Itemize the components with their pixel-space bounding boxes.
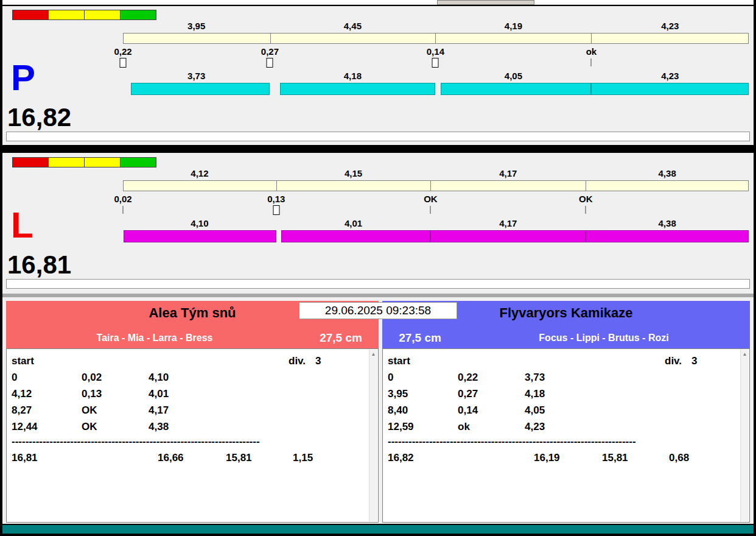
result-cell: 3,95 (388, 386, 458, 402)
result-cell: 0,13 (82, 386, 149, 402)
result-cell: 8,27 (12, 402, 82, 418)
bottom-status-bar (2, 524, 754, 534)
marker-row (123, 205, 749, 216)
cross-labels: 0,020,13OKOK (123, 194, 749, 203)
vertical-scrollbar[interactable]: ▲ (740, 350, 749, 521)
split-bar-divider (430, 181, 431, 191)
window-button[interactable] (437, 0, 534, 5)
split-time-label: 4,38 (586, 168, 749, 178)
lane-total-time: 16,82 (7, 104, 71, 132)
tick-marker (591, 58, 592, 66)
result-cell: 4,38 (149, 418, 289, 435)
result-row: 00,223,73 (388, 369, 736, 386)
run-bar-segment (586, 230, 749, 242)
start-light (84, 10, 121, 20)
total-cell: 16,81 (12, 450, 158, 466)
run-bar (123, 83, 749, 95)
run-time-label: 4,23 (591, 71, 749, 81)
run-time-label: 4,17 (430, 218, 586, 228)
run-bar-segment (281, 230, 430, 242)
team-members: Focus - Lippi - Brutus - Rozi (458, 333, 750, 344)
result-cell: OK (82, 418, 149, 435)
window-top-strip (2, 0, 754, 5)
result-cell: 12,44 (12, 418, 82, 435)
run-bar-segment (430, 230, 586, 242)
result-cell: 4,10 (149, 369, 289, 386)
result-cell: 4,12 (12, 386, 82, 402)
lane-footer-strip (6, 132, 750, 141)
start-label: start (388, 353, 458, 369)
lane-left: 4,124,154,174,38 0,020,13OKOK 4,104,014,… (2, 153, 754, 292)
split-time-label: 4,15 (276, 168, 431, 178)
cross-time-label: ok (586, 46, 597, 57)
total-cell: 16,82 (388, 450, 534, 466)
run-time-label: 3,73 (123, 71, 270, 81)
lane-letter: P (11, 60, 35, 96)
split-time-label: 4,23 (591, 21, 749, 31)
separator-dashes: ----------------------------------------… (12, 435, 365, 448)
run-time-label: 4,38 (586, 218, 749, 228)
start-label: start (12, 353, 82, 369)
result-row: 8,400,144,05 (388, 402, 736, 418)
result-cell: 4,17 (149, 402, 289, 418)
total-cell: 1,15 (293, 450, 365, 466)
team-panel-left: Alea Tým snů Taira - Mia - Larra - Bress… (6, 301, 379, 523)
run-bar-segment (280, 83, 435, 95)
result-cell: 8,40 (388, 402, 458, 418)
run-bar-segment (131, 83, 270, 95)
result-row: 4,120,134,01 (12, 386, 365, 402)
sensor-box-marker (267, 58, 273, 68)
marker-row (123, 57, 749, 68)
scroll-up-icon[interactable]: ▲ (741, 350, 749, 359)
split-time-label: 4,12 (123, 168, 276, 178)
results-table: start div. 3 00,223,733,950,274,188,400,… (382, 348, 750, 523)
split-time-label: 4,17 (430, 168, 586, 178)
lane-right: 3,954,454,194,23 0,220,270,14ok 3,734,18… (2, 5, 754, 144)
jump-height: 27,5 cm (382, 331, 458, 345)
split-labels: 3,954,454,194,23 (123, 21, 749, 32)
sensor-box-marker (273, 205, 279, 215)
lane-bars: 4,124,154,174,38 0,020,13OKOK 4,104,014,… (123, 153, 749, 292)
result-cell: 0,02 (82, 369, 149, 386)
run-time-label: 4,18 (270, 71, 435, 81)
split-bar-divider (435, 34, 436, 43)
vertical-scrollbar[interactable]: ▲ (369, 350, 377, 521)
results-area: Alea Tým snů Taira - Mia - Larra - Bress… (2, 297, 754, 523)
split-bar-divider (586, 181, 586, 191)
total-row: 16,8216,1915,810,68 (388, 450, 736, 466)
run-time-label: 4,05 (435, 71, 591, 81)
cross-labels: 0,220,270,14ok (123, 46, 749, 56)
table-header-row: start div. 3 (12, 353, 365, 369)
run-bar (123, 230, 749, 242)
scroll-up-icon[interactable]: ▲ (369, 350, 377, 359)
team-panel-right: Flyvaryors Kamikaze 27,5 cm Focus - Lipp… (382, 301, 750, 523)
total-cell: 0,68 (669, 450, 736, 466)
split-bar-divider (591, 34, 592, 43)
results-table: start div. 3 00,024,104,120,134,018,27OK… (6, 348, 379, 523)
lane-divider (2, 145, 754, 153)
result-cell: 0 (388, 369, 458, 386)
lane-footer-strip (6, 279, 750, 289)
total-cell: 15,81 (602, 450, 669, 466)
total-cell: 16,66 (158, 450, 226, 466)
split-time-label: 4,45 (270, 21, 435, 31)
run-labels: 4,104,014,174,38 (123, 218, 749, 229)
run-time-label: 4,10 (123, 218, 276, 228)
tick-marker (586, 206, 586, 214)
timing-app-window: 3,954,454,194,23 0,220,270,14ok 3,734,18… (0, 0, 756, 536)
run-bar-segment (124, 230, 276, 242)
start-light (48, 10, 85, 20)
division-label: div. (289, 353, 306, 369)
result-cell: 0,14 (458, 402, 525, 418)
result-cell: 12,59 (388, 418, 458, 435)
result-cell: 3,73 (525, 369, 665, 386)
result-row: 00,024,10 (12, 369, 365, 386)
split-bar-divider (270, 34, 271, 43)
cross-time-label: 0,02 (114, 194, 131, 204)
start-light (84, 157, 121, 168)
result-cell: 4,18 (525, 386, 665, 402)
table-header-row: start div. 3 (388, 353, 736, 369)
run-labels: 3,734,184,054,23 (123, 71, 749, 82)
division-value: 3 (691, 353, 697, 369)
result-row: 12,44OK4,38 (12, 418, 365, 435)
